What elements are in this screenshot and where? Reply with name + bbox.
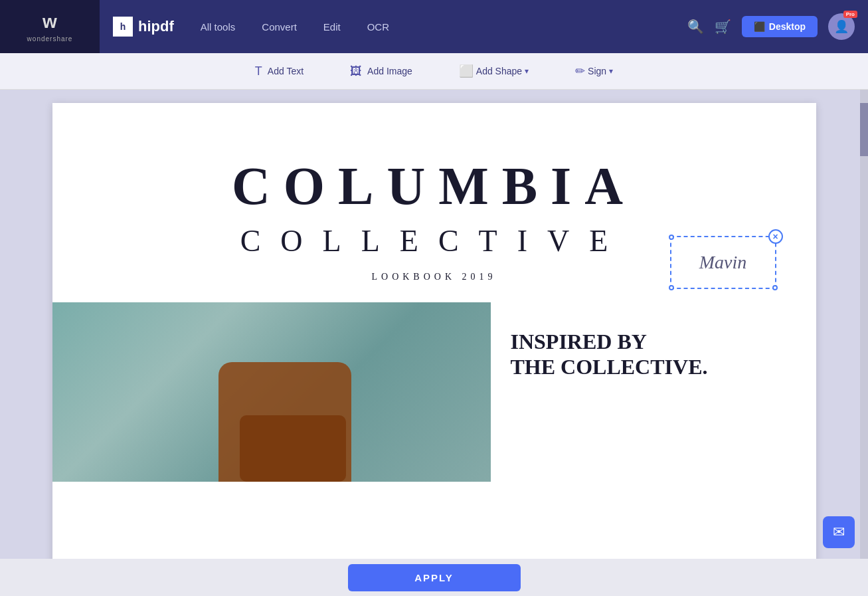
email-chat-button[interactable]: ✉ (823, 516, 855, 548)
signature-close-button[interactable]: × (768, 229, 783, 244)
inspired-text-area: INSPIRED BY THE COLLECTIVE. (491, 302, 816, 482)
resize-handle-tl[interactable] (669, 235, 674, 240)
pdf-image-area: INSPIRED BY THE COLLECTIVE. (52, 302, 816, 482)
search-button[interactable]: 🔍 (687, 19, 704, 35)
image-icon: 🖼 (350, 64, 362, 78)
inspired-line1: INSPIRED BY (511, 330, 647, 353)
shape-chevron-icon: ▾ (525, 66, 529, 76)
apply-bar: APPLY (0, 559, 868, 596)
scrollbar[interactable] (860, 90, 868, 559)
scrollbar-thumb[interactable] (860, 103, 868, 156)
add-shape-label: Add Shape (476, 66, 522, 76)
hipdf-brand: h hipdf (100, 17, 187, 37)
hipdf-label: hipdf (138, 18, 174, 35)
text-icon: T (255, 64, 262, 78)
add-text-button[interactable]: T Add Text (248, 60, 310, 82)
inspired-line2: THE COLLECTIVE. (511, 355, 708, 379)
signature-overlay[interactable]: × Mavin (670, 236, 776, 289)
sign-label: Sign (588, 66, 606, 76)
user-avatar[interactable]: 👤 Pro (828, 13, 855, 40)
add-text-label: Add Text (268, 66, 304, 76)
email-icon: ✉ (833, 524, 845, 541)
pdf-page: COLUMBIA COLLECTIVE LOOKBOOK 2019 × Mavi… (52, 103, 816, 559)
sign-button[interactable]: ✏ Sign ▾ (568, 60, 620, 82)
cart-button[interactable]: 🛒 (715, 19, 731, 35)
wondershare-brand: w wondershare (0, 0, 100, 53)
editor-toolbar: T Add Text 🖼 Add Image ⬜ Add Shape ▾ ✏ S… (0, 53, 868, 90)
add-shape-button[interactable]: ⬜ Add Shape ▾ (452, 60, 535, 82)
resize-handle-br[interactable] (772, 285, 778, 290)
desktop-label: Desktop (769, 21, 806, 32)
shape-icon: ⬜ (459, 64, 474, 78)
main-area: COLUMBIA COLLECTIVE LOOKBOOK 2019 × Mavi… (0, 90, 868, 559)
inspired-heading: INSPIRED BY THE COLLECTIVE. (511, 329, 708, 380)
hipdf-icon: h (113, 17, 133, 37)
nav-all-tools[interactable]: All tools (201, 21, 236, 33)
pdf-viewer: COLUMBIA COLLECTIVE LOOKBOOK 2019 × Mavi… (0, 90, 868, 559)
nav-links: All tools Convert Edit OCR (187, 21, 674, 33)
apply-button[interactable]: APPLY (348, 564, 521, 591)
resize-handle-bl[interactable] (669, 285, 674, 290)
wondershare-icon: w (43, 11, 57, 33)
nav-edit[interactable]: Edit (323, 21, 341, 33)
columbia-title: COLUMBIA (52, 156, 816, 217)
nav-ocr[interactable]: OCR (367, 21, 389, 33)
avatar-icon: 👤 (834, 19, 849, 34)
add-image-button[interactable]: 🖼 Add Image (343, 60, 419, 82)
nav-actions: 🔍 🛒 ⬛ Desktop 👤 Pro (674, 13, 868, 40)
wondershare-label: wondershare (27, 35, 73, 43)
sign-icon: ✏ (575, 64, 585, 78)
desktop-button[interactable]: ⬛ Desktop (742, 16, 818, 37)
add-image-label: Add Image (367, 66, 412, 76)
nav-convert[interactable]: Convert (262, 21, 297, 33)
desktop-icon: ⬛ (754, 21, 765, 32)
chair-image (52, 302, 491, 482)
sign-chevron-icon: ▾ (609, 66, 613, 76)
signature-text: Mavin (699, 252, 747, 273)
top-navigation: w wondershare h hipdf All tools Convert … (0, 0, 868, 53)
pro-badge: Pro (843, 11, 857, 18)
